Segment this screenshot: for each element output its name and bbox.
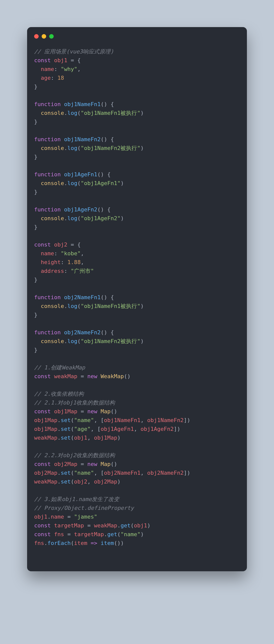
ident: weakMap xyxy=(34,478,57,485)
punc: = xyxy=(64,531,74,537)
punc: ) xyxy=(141,338,144,344)
punc: ) xyxy=(177,426,180,432)
string: "obj1AgeFn1" xyxy=(81,180,120,186)
fn-call: log xyxy=(67,338,77,344)
punc: . xyxy=(64,338,67,344)
ident: fns xyxy=(34,540,44,546)
punc: ( xyxy=(77,110,81,116)
fn-call: log xyxy=(67,180,77,186)
ident: targetMap xyxy=(54,522,84,529)
ident: obj1Map xyxy=(34,426,57,432)
window-titlebar xyxy=(27,27,247,39)
comment: // 应用场景(vue3响应式原理) xyxy=(34,48,114,55)
prop: address xyxy=(41,268,64,274)
punc: } xyxy=(34,189,37,195)
punc: () { xyxy=(101,101,114,107)
string: "广州市" xyxy=(71,268,94,274)
punc: ( xyxy=(71,540,74,546)
punc: , xyxy=(94,417,101,423)
class: Map xyxy=(101,461,111,467)
prop: height xyxy=(41,259,61,265)
string: "name" xyxy=(74,417,94,423)
punc: ( xyxy=(77,145,81,151)
kw-function: function xyxy=(34,329,61,336)
fn-call: log xyxy=(67,110,77,116)
punc: . xyxy=(57,426,61,432)
minimize-icon[interactable] xyxy=(42,34,46,39)
punc: [ xyxy=(97,426,101,432)
punc: ) xyxy=(141,531,144,537)
punc: ( xyxy=(71,426,74,432)
kw-const: const xyxy=(34,461,51,467)
punc: ) xyxy=(117,478,120,485)
punc: ( xyxy=(117,531,120,537)
punc: : xyxy=(54,66,61,72)
ident: console xyxy=(41,180,64,186)
punc: ) xyxy=(141,303,144,309)
punc: [ xyxy=(101,470,104,476)
punc: = xyxy=(77,373,87,379)
punc: ) xyxy=(127,373,130,379)
ident: obj2 xyxy=(54,241,67,248)
punc: () { xyxy=(101,294,114,300)
string: "obj1NameFn2被执行" xyxy=(81,145,140,151)
punc: . xyxy=(44,540,47,546)
punc: , xyxy=(141,470,147,476)
code-block: // 应用场景(vue3响应式原理) const obj1 = { name: … xyxy=(27,39,247,571)
punc: ( xyxy=(111,461,114,467)
fn-def: obj1NameFn1 xyxy=(64,101,101,107)
punc: : xyxy=(64,268,71,274)
punc: ( xyxy=(77,338,81,344)
punc: ) xyxy=(117,435,120,441)
string: "name" xyxy=(120,531,140,537)
fn-call: log xyxy=(67,303,77,309)
punc: , xyxy=(81,250,84,257)
fn-call: set xyxy=(61,435,71,441)
ident: weakMap xyxy=(54,373,77,379)
comment: // 3.如果obj1.name发生了改变 xyxy=(34,496,119,502)
kw-new: new xyxy=(87,373,97,379)
kw-function: function xyxy=(34,171,61,178)
punc: ( xyxy=(77,303,81,309)
fn-call: log xyxy=(67,215,77,221)
punc: } xyxy=(34,84,37,90)
fn-def: obj2NameFn2 xyxy=(64,329,101,336)
kw-const: const xyxy=(34,522,51,529)
punc: = xyxy=(77,408,87,415)
comment: // 2.2.对obj2收集的数据结构 xyxy=(34,452,115,458)
punc: . xyxy=(57,435,61,441)
close-icon[interactable] xyxy=(34,34,39,39)
ident: obj1 xyxy=(54,57,67,63)
punc: . xyxy=(64,145,67,151)
ident: obj2 xyxy=(74,478,87,485)
zoom-icon[interactable] xyxy=(49,34,54,39)
string: "name" xyxy=(74,470,94,476)
punc: = xyxy=(64,514,74,520)
punc: ) xyxy=(141,145,144,151)
punc: . xyxy=(57,470,61,476)
ident: console xyxy=(41,303,64,309)
prop: name xyxy=(51,514,64,520)
ident: obj2NameFn1 xyxy=(104,470,141,476)
punc: : xyxy=(61,259,67,265)
punc: ) xyxy=(147,522,150,529)
punc: . xyxy=(64,110,67,116)
punc: ) xyxy=(120,180,124,186)
string: "obj1NameFn1被执行" xyxy=(81,110,140,116)
fn-call: set xyxy=(61,478,71,485)
punc: } xyxy=(34,312,37,318)
punc: : xyxy=(54,250,61,257)
string: "obj1NameFn2被执行" xyxy=(81,338,140,344)
ident: console xyxy=(41,215,64,221)
ident: obj2Map xyxy=(54,461,77,467)
ident: console xyxy=(41,338,64,344)
fn-def: obj2NameFn1 xyxy=(64,294,101,300)
string: "kobe" xyxy=(61,250,81,257)
fn-call: set xyxy=(61,470,71,476)
ident: weakMap xyxy=(94,522,117,529)
fn-call: get xyxy=(107,531,117,537)
ident: obj1 xyxy=(134,522,147,529)
fn-call: set xyxy=(61,417,71,423)
punc: , xyxy=(81,259,84,265)
kw-function: function xyxy=(34,294,61,300)
